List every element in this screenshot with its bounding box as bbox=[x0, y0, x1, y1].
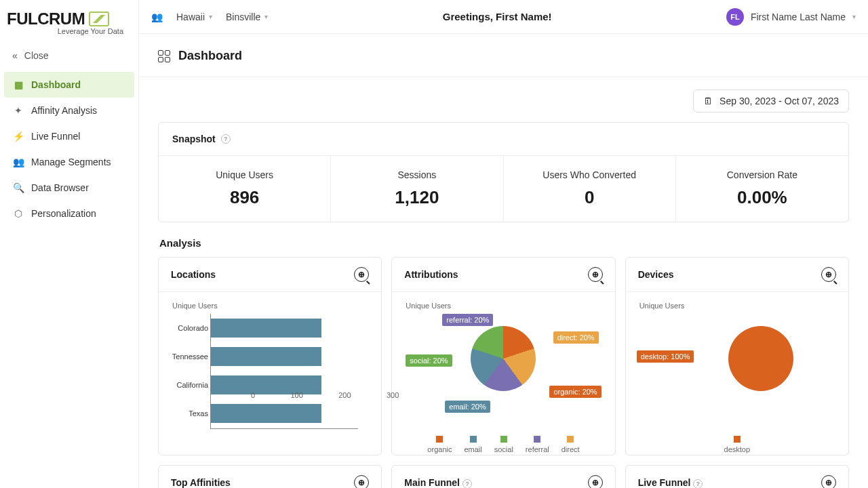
sidebar-item-data-browser[interactable]: 🔍 Data Browser bbox=[4, 175, 134, 201]
legend-item: organic bbox=[427, 445, 452, 453]
slice-label: email: 20% bbox=[445, 401, 490, 413]
metric-unique-users: Unique Users 896 bbox=[159, 156, 331, 222]
legend-item: social bbox=[494, 445, 513, 453]
calendar-icon: 🗓 bbox=[703, 96, 713, 106]
slice-label: social: 20% bbox=[406, 354, 452, 367]
sidebar: FULCRUM Leverage Your Data « Close ▦ Das… bbox=[0, 0, 139, 488]
dashboard-icon bbox=[158, 50, 170, 62]
bar-label: Tennessee bbox=[169, 352, 208, 361]
metric-label: Unique Users bbox=[172, 169, 317, 180]
user-menu[interactable]: FL First Name Last Name ▾ bbox=[726, 8, 856, 26]
snapshot-card: Snapshot ? Unique Users 896 Sessions 1,1… bbox=[158, 122, 849, 222]
slice-label: referral: 20% bbox=[442, 314, 493, 326]
x-axis-ticks: 0 100 200 300 bbox=[251, 391, 399, 399]
legend-item: direct bbox=[561, 445, 580, 453]
card-title: Live Funnel bbox=[638, 477, 691, 488]
nav-label: Personalization bbox=[31, 208, 96, 219]
nav-label: Affinity Analysis bbox=[31, 105, 97, 116]
legend-item: desktop bbox=[724, 445, 751, 453]
grid-icon: ▦ bbox=[12, 79, 24, 91]
slice-label: desktop: 100% bbox=[637, 350, 694, 363]
tick: 200 bbox=[338, 391, 351, 399]
axis-label: Unique Users bbox=[172, 302, 370, 310]
page-header: Dashboard bbox=[139, 34, 868, 77]
metric-sessions: Sessions 1,120 bbox=[331, 156, 503, 222]
users-icon: 👥 bbox=[12, 156, 24, 168]
username: First Name Last Name bbox=[751, 12, 846, 22]
info-icon[interactable]: ? bbox=[221, 134, 231, 144]
locations-card: Locations ⊕ Unique Users Colorado Tennes… bbox=[158, 257, 382, 455]
site-selector[interactable]: Binsville ▾ bbox=[226, 12, 268, 22]
bar-label: Texas bbox=[169, 409, 208, 418]
users-icon: 👥 bbox=[151, 12, 163, 22]
metric-conversion-rate: Conversion Rate 0.00% bbox=[676, 156, 848, 222]
region-selector[interactable]: Hawaii ▾ bbox=[176, 12, 212, 22]
zoom-icon[interactable]: ⊕ bbox=[588, 475, 603, 488]
site-value: Binsville bbox=[226, 12, 260, 22]
metric-value: 0 bbox=[517, 187, 662, 208]
analysis-heading: Analysis bbox=[159, 237, 849, 249]
sidebar-item-affinity[interactable]: ✦ Affinity Analysis bbox=[4, 98, 134, 123]
info-icon[interactable]: ? bbox=[693, 479, 703, 489]
chevron-down-icon: ▾ bbox=[852, 13, 856, 20]
page-title: Dashboard bbox=[178, 49, 242, 63]
pie-slices bbox=[471, 326, 536, 391]
nav-label: Manage Segments bbox=[31, 157, 111, 167]
nav-list: ▦ Dashboard ✦ Affinity Analysis ⚡ Live F… bbox=[0, 72, 138, 226]
attributions-pie-chart: referral: 20% direct: 20% social: 20% or… bbox=[403, 314, 604, 429]
card-title: Main Funnel bbox=[404, 477, 460, 488]
legend-item: email bbox=[464, 445, 481, 453]
sidebar-item-personalization[interactable]: ⬡ Personalization bbox=[4, 201, 134, 226]
brand-logo: FULCRUM bbox=[7, 9, 132, 28]
snapshot-title: Snapshot bbox=[172, 134, 216, 144]
slice-label: organic: 20% bbox=[549, 386, 601, 398]
top-affinities-card: Top Affinities ⊕ bbox=[158, 465, 382, 488]
main-funnel-card: Main Funnel ? ⊕ bbox=[391, 465, 615, 488]
sidebar-item-segments[interactable]: 👥 Manage Segments bbox=[4, 149, 134, 175]
live-funnel-card: Live Funnel ? ⊕ bbox=[625, 465, 849, 488]
bar-label: California bbox=[169, 381, 208, 389]
zoom-icon[interactable]: ⊕ bbox=[821, 475, 836, 488]
metric-value: 896 bbox=[172, 187, 317, 208]
brand-name: FULCRUM bbox=[7, 9, 85, 28]
pie-slices bbox=[728, 326, 793, 391]
attributions-card: Attributions ⊕ Unique Users referral: 20… bbox=[391, 257, 615, 455]
main: 👥 Hawaii ▾ Binsville ▾ Greetings, First … bbox=[139, 0, 868, 488]
card-title: Attributions bbox=[404, 269, 458, 280]
date-range-picker[interactable]: 🗓 Sep 30, 2023 - Oct 07, 2023 bbox=[693, 89, 849, 113]
legend: organic email social referral direct bbox=[403, 436, 604, 453]
metric-label: Sessions bbox=[344, 169, 489, 180]
metric-label: Conversion Rate bbox=[690, 169, 835, 180]
content: 🗓 Sep 30, 2023 - Oct 07, 2023 Snapshot ?… bbox=[139, 77, 868, 488]
zoom-icon[interactable]: ⊕ bbox=[821, 267, 836, 282]
sidebar-item-live-funnel[interactable]: ⚡ Live Funnel bbox=[4, 123, 134, 149]
sidebar-close[interactable]: « Close bbox=[0, 39, 138, 72]
date-range-value: Sep 30, 2023 - Oct 07, 2023 bbox=[719, 96, 839, 106]
slice-label: direct: 20% bbox=[553, 331, 599, 344]
chevron-down-icon: ▾ bbox=[264, 13, 268, 20]
greeting: Greetings, First Name! bbox=[281, 11, 713, 22]
zoom-icon[interactable]: ⊕ bbox=[588, 267, 603, 282]
chevron-left-icon: « bbox=[12, 50, 18, 61]
nav-label: Data Browser bbox=[31, 182, 89, 193]
search-icon: 🔍 bbox=[12, 182, 24, 194]
zoom-icon[interactable]: ⊕ bbox=[354, 267, 369, 282]
bolt-icon: ⚡ bbox=[12, 130, 24, 142]
legend: desktop bbox=[637, 436, 837, 453]
tick: 100 bbox=[291, 391, 303, 399]
devices-card: Devices ⊕ Unique Users desktop: 100% des… bbox=[625, 257, 849, 455]
axis-label: Unique Users bbox=[406, 302, 604, 310]
card-title: Locations bbox=[171, 269, 216, 280]
nav-label: Dashboard bbox=[31, 79, 81, 90]
metric-converted: Users Who Converted 0 bbox=[504, 156, 676, 222]
region-value: Hawaii bbox=[176, 12, 205, 22]
info-icon[interactable]: ? bbox=[462, 479, 472, 489]
zoom-icon[interactable]: ⊕ bbox=[354, 475, 369, 488]
card-title: Devices bbox=[638, 269, 674, 280]
cube-icon: ⬡ bbox=[12, 207, 24, 220]
topbar: 👥 Hawaii ▾ Binsville ▾ Greetings, First … bbox=[139, 0, 868, 34]
nav-label: Live Funnel bbox=[31, 131, 80, 142]
legend-item: referral bbox=[526, 445, 549, 453]
tick: 0 bbox=[251, 391, 255, 399]
sidebar-item-dashboard[interactable]: ▦ Dashboard bbox=[4, 72, 134, 98]
